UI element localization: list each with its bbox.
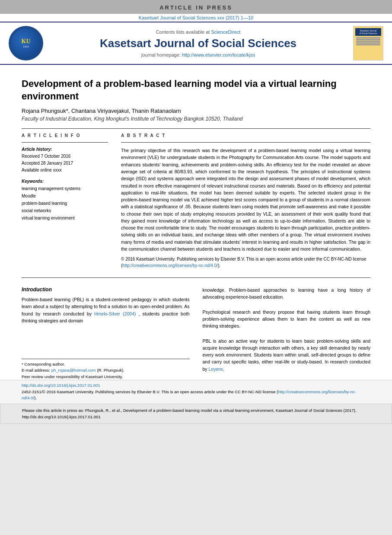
divider-body (22, 277, 370, 278)
footnotes: * Corresponding author. E-mail address: … (22, 359, 190, 380)
intro-para-1: Problem-based learning (PBL) is a studen… (22, 296, 190, 324)
sciencedirect-label: Contents lists available at (156, 29, 210, 35)
email-label: E-mail address: (22, 368, 50, 373)
divider-abstract (121, 142, 370, 143)
abstract-heading: A B S T R A C T (121, 133, 370, 138)
thumb-header: Kasetsart Journalof Social Sciences (355, 28, 381, 36)
accepted-text: Accepted 28 January 2017 (22, 160, 108, 167)
cc-link[interactable]: http://creativecommons.org/licenses/by-n… (122, 263, 218, 268)
issn-end: ). (34, 395, 37, 400)
sciencedirect-link[interactable]: ScienceDirect (211, 29, 240, 35)
keyword-5: virtual learning environment (22, 214, 108, 222)
article-title: Development of a problem-based learning … (22, 78, 370, 102)
keyword-1: learning management systems (22, 185, 108, 192)
abstract-col: A B S T R A C T The primary objective of… (121, 133, 370, 269)
journal-homepage: journal homepage: http://www.elsevier.co… (43, 52, 353, 57)
article-info-col: A R T I C L E I N F O Article history: R… (22, 133, 108, 269)
main-content: Development of a problem-based learning … (0, 65, 392, 273)
authors-text: Rojana Phungsuk*, Chantana Viriyavejakul… (22, 108, 181, 114)
citation-box: Please cite this article in press as: Ph… (0, 404, 392, 424)
thumb-line-3 (356, 41, 380, 42)
logo-ku-text: KU (22, 38, 31, 45)
homepage-link[interactable]: http://www.elsevier.com/locate/kjss (182, 52, 255, 57)
journal-title-main: Kasetsart Journal of Social Sciences (43, 37, 353, 50)
keyword-4: social networks (22, 207, 108, 214)
journal-volume-text: Kasetsart Journal of Social Sciences xxx… (139, 15, 253, 20)
journal-volume-line: Kasetsart Journal of Social Sciences xxx… (0, 14, 392, 22)
body-section: Introduction Problem-based learning (PBL… (0, 287, 392, 380)
abstract-text: The primary objective of this research w… (121, 147, 370, 252)
journal-logo: KU 1943 (9, 26, 43, 61)
history-label: Article history: (22, 147, 108, 152)
doi-body: 2452-3151/© 2016 Kasetsart University. P… (22, 389, 370, 401)
thumb-line-2 (356, 39, 380, 40)
homepage-label: journal homepage: (141, 52, 181, 57)
thumb-line-1 (356, 37, 380, 38)
citation-text: Please cite this article in press as: Ph… (22, 408, 370, 420)
journal-header: KU 1943 Contents lists available at Scie… (0, 22, 392, 65)
keyword-3: problem-based learning (22, 200, 108, 207)
doi-bar: http://dx.doi.org/10.1016/j.kjss.2017.01… (0, 380, 392, 404)
loyens-link[interactable]: Loyens, (209, 366, 225, 372)
abstract-cc: © 2016 Kasetsart University. Publishing … (121, 256, 370, 269)
article-affiliation: Faculty of Industrial Education, King Mo… (22, 116, 370, 122)
issn-text: 2452-3151/© 2016 Kasetsart University. P… (22, 389, 278, 394)
hmelo-link[interactable]: Hmelo-Silver (2004) (94, 311, 136, 316)
introduction-title: Introduction (22, 287, 190, 293)
top-bar: ARTICLE IN PRESS (0, 0, 392, 14)
article-authors: Rojana Phungsuk*, Chantana Viriyavejakul… (22, 108, 370, 114)
footnote-corresponding: * Corresponding author. (22, 361, 190, 367)
intro-right-3-text: PBL is also an active way for students t… (203, 338, 371, 372)
body-right: knowledge. Problem-based approaches to l… (203, 287, 371, 380)
email-suffix: (R. Phungsuk). (97, 368, 124, 373)
two-col-body: Introduction Problem-based learning (PBL… (22, 287, 370, 380)
received-text: Received 7 October 2016 (22, 153, 108, 160)
article-info-heading: A R T I C L E I N F O (22, 133, 108, 138)
cc-end: ). (218, 263, 220, 268)
body-left: Introduction Problem-based learning (PBL… (22, 287, 190, 380)
article-status: ARTICLE IN PRESS (159, 4, 233, 11)
intro-right-2: Psychological research and theory propos… (203, 309, 371, 330)
divider-1 (22, 128, 370, 129)
logo-inner: KU 1943 (11, 28, 41, 58)
thumb-line-4 (356, 42, 380, 44)
email-link[interactable]: ph_rojana@hotmail.com (51, 368, 96, 373)
intro-right-1: knowledge. Problem-based approaches to l… (203, 287, 371, 301)
thumb-line-5 (356, 44, 380, 45)
logo-year-text: 1943 (23, 45, 29, 48)
journal-center: Contents lists available at ScienceDirec… (43, 29, 353, 57)
thumb-body (355, 36, 381, 58)
doi-link[interactable]: http://dx.doi.org/10.1016/j.kjss.2017.01… (22, 383, 370, 388)
footnote-email: E-mail address: ph_rojana@hotmail.com (R… (22, 367, 190, 373)
keywords-label: Keywords: (22, 179, 108, 184)
available-text: Available online xxxx (22, 167, 108, 174)
thumb-title: Kasetsart Journalof Social Sciences (360, 29, 377, 35)
received-date: Received 7 October 2016 Accepted 28 Janu… (22, 153, 108, 174)
article-info-abstract: A R T I C L E I N F O Article history: R… (22, 133, 370, 269)
keyword-2: Moodle (22, 192, 108, 200)
peer-review-text: Peer review under responsibility of Kase… (22, 374, 190, 380)
sciencedirect-line: Contents lists available at ScienceDirec… (43, 29, 353, 35)
journal-thumbnail: Kasetsart Journalof Social Sciences (353, 26, 383, 61)
divider-info (22, 142, 108, 143)
intro-right-3: PBL is also an active way for students t… (203, 338, 371, 373)
keywords-list: learning management systems Moodle probl… (22, 185, 108, 222)
